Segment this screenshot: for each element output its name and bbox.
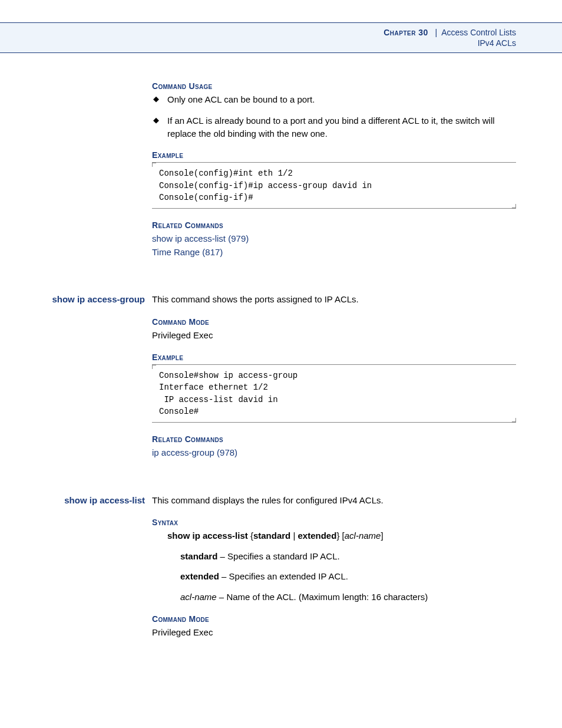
- margin-title-2: show ip access-group: [46, 293, 152, 305]
- syntax-heading: Syntax: [152, 518, 516, 527]
- link-time-range[interactable]: Time Range (817): [152, 247, 223, 257]
- code-example-1: Console(config)#int eth 1/2 Console(conf…: [152, 162, 516, 209]
- command-usage-heading: Command Usage: [152, 81, 516, 91]
- code-example-2: Console#show ip access-group Interface e…: [152, 364, 516, 423]
- related-heading-1: Related Commands: [152, 220, 516, 230]
- syntax-cmd: show ip access-list: [167, 531, 248, 541]
- syntax-params: standard – Specifies a standard IP ACL. …: [180, 550, 516, 604]
- param-extended: extended – Specifies an extended IP ACL.: [180, 570, 516, 584]
- link-show-ip-access-list[interactable]: show ip access-list (979): [152, 233, 249, 243]
- syntax-body: show ip access-list {standard | extended…: [167, 529, 516, 604]
- example-heading-1: Example: [152, 150, 516, 160]
- related-commands-2: Related Commands ip access-group (978): [152, 434, 516, 460]
- header-title: Access Control Lists: [441, 28, 516, 37]
- usage-bullets: Only one ACL can be bound to a port. If …: [152, 93, 516, 140]
- page-body: Command Usage Only one ACL can be bound …: [0, 53, 562, 728]
- margin-title-3: show ip access-list: [46, 494, 152, 506]
- param-standard: standard – Specifies a standard IP ACL.: [180, 550, 516, 564]
- example-heading-2: Example: [152, 353, 516, 362]
- section-show-ip-access-list: show ip access-list This command display…: [46, 494, 516, 650]
- usage-bullet-1: Only one ACL can be bound to a port.: [152, 93, 516, 106]
- related-commands-1: Related Commands show ip access-list (97…: [152, 220, 516, 259]
- syntax-command-line: show ip access-list {standard | extended…: [167, 529, 516, 543]
- body-col-1: Command Usage Only one ACL can be bound …: [152, 81, 516, 281]
- intro-3: This command displays the rules for conf…: [152, 494, 516, 508]
- page-header: Chapter 30 | Access Control Lists IPv4 A…: [0, 22, 562, 53]
- command-mode-value-2: Privileged Exec: [152, 329, 516, 342]
- usage-bullet-2: If an ACL is already bound to a port and…: [152, 114, 516, 140]
- section-continuation: Command Usage Only one ACL can be bound …: [46, 81, 516, 281]
- chapter-label: Chapter 30: [384, 28, 428, 37]
- body-col-2: This command shows the ports assigned to…: [152, 293, 516, 482]
- header-subtitle: IPv4 ACLs: [12, 38, 516, 48]
- body-col-3: This command displays the rules for conf…: [152, 494, 516, 650]
- header-separator: |: [431, 28, 441, 37]
- command-mode-value-3: Privileged Exec: [152, 626, 516, 640]
- header-line-1: Chapter 30 | Access Control Lists: [12, 28, 516, 37]
- command-mode-heading-3: Command Mode: [152, 614, 516, 624]
- intro-2: This command shows the ports assigned to…: [152, 293, 516, 307]
- command-mode-heading-2: Command Mode: [152, 317, 516, 327]
- link-ip-access-group[interactable]: ip access-group (978): [152, 447, 237, 457]
- param-aclname: acl-name – Name of the ACL. (Maximum len…: [180, 591, 516, 604]
- related-heading-2: Related Commands: [152, 434, 516, 444]
- section-show-ip-access-group: show ip access-group This command shows …: [46, 293, 516, 482]
